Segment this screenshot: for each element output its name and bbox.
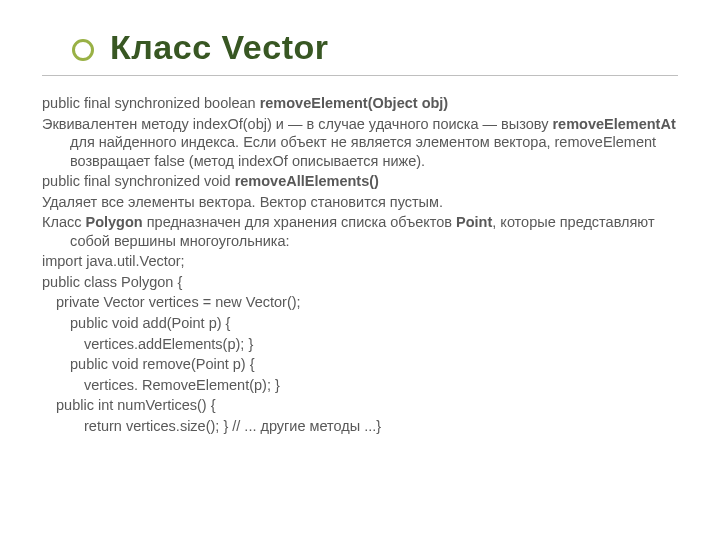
- code-line: public void remove(Point p) {: [42, 355, 678, 374]
- code-line: return vertices.size(); } // ... другие …: [42, 417, 678, 436]
- desc-polygon: Класс Polygon предназначен для хранения …: [42, 213, 678, 250]
- code-line: public class Polygon {: [42, 273, 678, 292]
- desc-remove-all: Удаляет все элементы вектора. Вектор ста…: [42, 193, 678, 212]
- code-line: import java.util.Vector;: [42, 252, 678, 271]
- code-line: public int numVertices() {: [42, 396, 678, 415]
- slide-body: public final synchronized boolean remove…: [42, 94, 678, 435]
- desc-remove-element: Эквивалентен методу indexOf(obj) и — в с…: [42, 115, 678, 171]
- code-line: private Vector vertices = new Vector();: [42, 293, 678, 312]
- title-divider: [42, 75, 678, 76]
- bullet-ring-icon: [72, 39, 94, 61]
- code-line: public void add(Point p) {: [42, 314, 678, 333]
- code-line: vertices.addElements(p); }: [42, 335, 678, 354]
- code-line: vertices. RemoveElement(p); }: [42, 376, 678, 395]
- slide-title: Класс Vector: [110, 28, 328, 67]
- sig-remove-all: public final synchronized void removeAll…: [42, 172, 678, 191]
- sig-remove-element: public final synchronized boolean remove…: [42, 94, 678, 113]
